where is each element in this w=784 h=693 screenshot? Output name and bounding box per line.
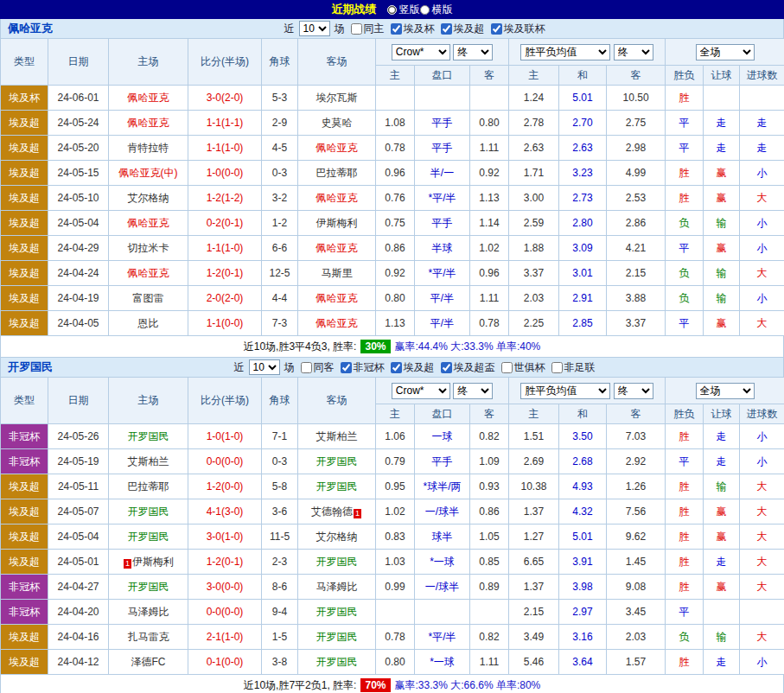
team-link[interactable]: 艾尔格纳 [316,531,358,543]
team-link[interactable]: 巴拉蒂耶 [128,480,169,493]
checkbox-input[interactable] [391,23,402,35]
checkbox-input[interactable] [301,362,312,373]
team-link[interactable]: 马泽姆比 [128,606,169,618]
radio-input[interactable] [420,5,430,15]
avg-final-select[interactable]: 终 [614,383,653,399]
checkbox-input[interactable] [501,362,513,373]
checkbox-input[interactable] [441,23,452,35]
team-link[interactable]: 马斯里 [322,267,353,279]
scope-select[interactable]: 全场 [696,383,755,399]
vertical-layout-radio[interactable]: 竖版 [387,3,420,17]
score-link[interactable]: 1-1(1-0) [207,242,244,254]
score-link[interactable]: 3-0(0-0) [207,581,244,593]
team-link[interactable]: 艾斯柏兰 [316,430,358,442]
filter-checkbox-埃及杯[interactable]: 埃及杯 [391,22,435,36]
team-link[interactable]: 艾斯柏兰 [128,455,169,467]
score-link[interactable]: 1-2(0-0) [207,480,244,493]
win-rate-badge: 70% [360,678,390,692]
team-link[interactable]: 扎马雷克 [128,631,169,643]
team-link[interactable]: 艾尔格纳 [128,192,169,204]
team-link[interactable]: 佩哈亚克 [128,267,169,279]
team-name[interactable]: 佩哈亚克 [8,21,53,36]
checkbox-input[interactable] [351,23,362,35]
score-link[interactable]: 1-0(1-0) [207,430,244,442]
team-link[interactable]: 佩哈亚克 [316,317,358,329]
score-link[interactable]: 1-1(0-0) [207,317,244,329]
team-link[interactable]: 埃尔瓦斯 [316,92,358,104]
team-link[interactable]: 开罗国民 [316,656,358,668]
score-link[interactable]: 0-1(0-0) [207,656,244,668]
team-link[interactable]: 佩哈亚克 [128,92,169,104]
team-link[interactable]: 开罗国民 [316,455,358,467]
team-link[interactable]: 佩哈亚克(中) [119,167,178,179]
score-link[interactable]: 2-1(1-0) [207,631,244,643]
team-link[interactable]: 富图雷 [133,292,164,304]
team-link[interactable]: 伊斯梅利 [316,217,358,229]
odds-company-select[interactable]: Crow* [392,44,450,60]
team-link[interactable]: 开罗国民 [128,531,169,543]
odds-final-select[interactable]: 终 [453,383,493,399]
filter-checkbox-同客[interactable]: 同客 [301,360,335,375]
checkbox-input[interactable] [341,362,352,373]
team-link[interactable]: 马泽姆比 [316,581,358,593]
team-name[interactable]: 开罗国民 [8,359,53,375]
horizontal-layout-radio[interactable]: 横版 [420,3,453,17]
team-link[interactable]: 肯特拉特 [128,142,169,154]
checkbox-input[interactable] [491,23,502,35]
team-link[interactable]: 开罗国民 [128,430,169,442]
team-link[interactable]: 佩哈亚克 [316,142,358,154]
score-link[interactable]: 0-2(0-1) [207,217,244,229]
match-count-select[interactable]: 10 [249,359,280,375]
team-link[interactable]: 伊斯梅利 [132,556,174,568]
team-link[interactable]: 开罗国民 [316,480,358,493]
team-link[interactable]: 佩哈亚克 [128,117,169,129]
odds-company-select[interactable]: Crow* [392,383,450,399]
team-link[interactable]: 恩比 [138,317,159,329]
team-link[interactable]: 泽德FC [131,656,166,668]
team-link[interactable]: 佩哈亚克 [316,292,358,304]
match-count-select[interactable]: 10 [299,21,330,36]
filter-checkbox-埃及联杯[interactable]: 埃及联杯 [491,22,545,36]
score-link[interactable]: 2-0(2-0) [207,292,244,304]
score-link[interactable]: 4-1(3-0) [207,505,244,518]
filter-checkbox-埃及超[interactable]: 埃及超 [441,22,485,36]
filter-checkbox-埃及超盃[interactable]: 埃及超盃 [441,360,495,375]
score-link[interactable]: 3-0(1-0) [207,531,244,543]
team-link[interactable]: 开罗国民 [316,556,358,568]
score-link[interactable]: 0-0(0-0) [207,455,244,467]
score-link[interactable]: 1-1(1-0) [207,142,244,154]
team-link[interactable]: 开罗国民 [316,606,358,618]
team-link[interactable]: 开罗国民 [316,631,358,643]
odds-final-select[interactable]: 终 [453,44,493,60]
score-link[interactable]: 1-2(1-2) [207,192,244,204]
team-link[interactable]: 切拉米卡 [128,242,169,254]
avg-final-select[interactable]: 终 [614,44,653,60]
checkbox-input[interactable] [551,362,563,373]
filter-checkbox-世俱杯[interactable]: 世俱杯 [501,360,545,375]
avg-odds-select[interactable]: 胜平负均值 [520,383,610,399]
corner-score: 7-1 [262,424,298,449]
score-link[interactable]: 0-0(0-0) [207,606,244,618]
team-link[interactable]: 佩哈亚克 [316,242,358,254]
checkbox-input[interactable] [441,362,452,373]
filter-checkbox-非足联[interactable]: 非足联 [551,360,596,375]
team-link[interactable]: 艾德翰德 [311,505,353,518]
score-link[interactable]: 1-0(0-0) [207,167,244,179]
filter-checkbox-埃及超[interactable]: 埃及超 [391,360,435,375]
team-link[interactable]: 巴拉蒂耶 [316,167,358,179]
score-link[interactable]: 1-1(1-1) [207,117,244,129]
team-link[interactable]: 开罗国民 [128,581,169,593]
score-link[interactable]: 3-0(2-0) [207,92,244,104]
filter-checkbox-同主[interactable]: 同主 [351,22,385,36]
scope-select[interactable]: 全场 [696,44,755,60]
avg-odds-select[interactable]: 胜平负均值 [520,44,610,60]
checkbox-input[interactable] [391,362,402,373]
team-link[interactable]: 开罗国民 [128,505,169,518]
team-link[interactable]: 佩哈亚克 [128,217,169,229]
score-link[interactable]: 1-2(0-1) [207,556,244,568]
team-link[interactable]: 史莫哈 [322,117,353,129]
score-link[interactable]: 1-2(0-1) [207,267,244,279]
radio-input[interactable] [387,5,397,15]
filter-checkbox-非冠杯[interactable]: 非冠杯 [341,360,385,375]
team-link[interactable]: 佩哈亚克 [316,192,358,204]
